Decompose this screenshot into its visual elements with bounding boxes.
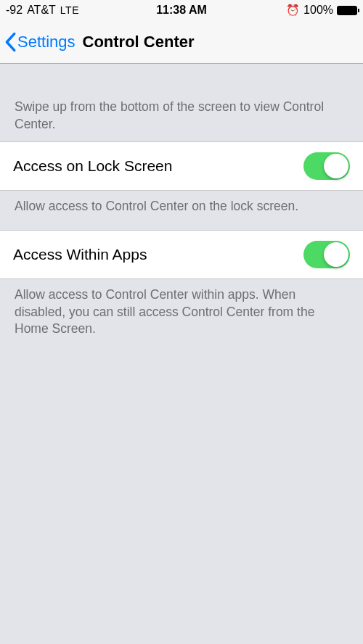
back-button[interactable]: Settings [4,32,76,52]
access-lock-screen-label: Access on Lock Screen [13,157,172,175]
clock: 11:38 AM [156,4,207,17]
access-within-apps-toggle[interactable] [303,241,350,268]
status-left: -92 AT&T LTE [6,4,79,17]
back-label: Settings [17,33,76,51]
alarm-icon: ⏰ [286,4,300,17]
toggle-knob [324,242,348,267]
page-title: Control Center [83,33,195,51]
status-bar: -92 AT&T LTE 11:38 AM ⏰ 100% [0,0,363,20]
access-within-apps-row: Access Within Apps [0,230,363,279]
content: Swipe up from the bottom of the screen t… [0,64,363,352]
nav-bar: Settings Control Center [0,20,363,64]
battery-icon [337,6,357,15]
toggle-knob [324,154,348,178]
access-within-apps-footer: Allow access to Control Center within ap… [0,279,363,352]
signal-strength: -92 [6,4,23,17]
status-right: ⏰ 100% [286,4,357,17]
access-lock-screen-footer: Allow access to Control Center on the lo… [0,191,363,230]
access-lock-screen-toggle[interactable] [303,152,350,180]
chevron-left-icon [4,32,16,52]
access-lock-screen-row: Access on Lock Screen [0,141,363,191]
access-within-apps-label: Access Within Apps [13,246,147,263]
network-type: LTE [60,4,79,16]
intro-text: Swipe up from the bottom of the screen t… [0,64,363,141]
carrier-label: AT&T [27,4,56,17]
battery-percent: 100% [303,4,333,17]
